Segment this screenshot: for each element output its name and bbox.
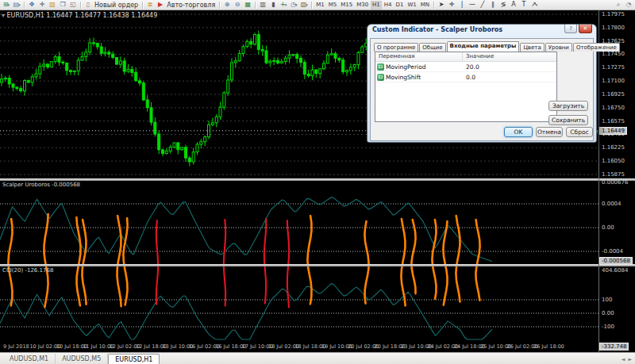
- parameters-list[interactable]: Переменная Значение 12MovingPeriod20.012…: [375, 52, 557, 122]
- time-axis-label: 9 Jul 2018: [3, 343, 29, 350]
- dialog-body: О программеОбщиеВходные параметрыЦветаУр…: [370, 38, 594, 141]
- price-axis-label: 1.16925: [602, 91, 625, 98]
- timeframe-mn-button[interactable]: MN: [419, 1, 431, 10]
- param-value[interactable]: 0.0: [463, 74, 475, 81]
- dialog-tab-6[interactable]: Отображение: [573, 43, 620, 52]
- new-window-button[interactable]: ❒: [58, 1, 67, 10]
- new-order-button[interactable]: ▯: [83, 1, 93, 10]
- symbol-info-text: EURUSD,H1 1.16447 1.16477 1.16438 1.1644…: [7, 12, 158, 19]
- price-axis-label: 1.17975: [602, 11, 625, 17]
- dialog-tab-2[interactable]: Общие: [419, 43, 445, 52]
- indicator-axis-label: -0.0004: [602, 248, 623, 255]
- bar-chart-button[interactable]: ▥: [258, 1, 267, 10]
- text-label-button[interactable]: T: [519, 1, 529, 10]
- auto-trading-button[interactable]: ▶: [156, 1, 165, 10]
- price-axis-label: 1.17450: [602, 51, 625, 57]
- zoom-in-button[interactable]: ⊕: [222, 1, 232, 10]
- timeframe-m1-button[interactable]: M1: [314, 1, 326, 10]
- toolbar-separator: [255, 2, 256, 9]
- ok-button[interactable]: OK: [504, 127, 533, 137]
- param-name: MovingPeriod: [386, 63, 425, 71]
- toolbar-separator: [219, 2, 220, 9]
- expert-advisors-button[interactable]: ≣: [145, 1, 155, 10]
- window-separator[interactable]: [0, 264, 635, 266]
- parameter-row[interactable]: 12MovingPeriod20.0: [375, 62, 556, 72]
- crosshair-button[interactable]: ✛: [37, 1, 47, 10]
- parameters-header: Переменная Значение: [375, 52, 556, 62]
- numeric-param-icon: 12: [377, 74, 384, 81]
- window-separator[interactable]: [0, 178, 635, 181]
- indicator-axis-label: 0.00: [602, 310, 614, 316]
- templates-button[interactable]: ▧▾: [299, 1, 309, 10]
- arrows-button[interactable]: ↗▾: [529, 1, 539, 10]
- zoom-out-button[interactable]: ⊖: [233, 1, 242, 10]
- dialog-tab-strip: О программеОбщиеВходные параметрыЦветаУр…: [374, 40, 621, 52]
- dialog-help-button[interactable]: ?: [564, 25, 577, 33]
- trendline-button[interactable]: ╱: [478, 1, 487, 10]
- price-axis-label: 1.17100: [602, 78, 625, 84]
- chart-tab-audusd-m1[interactable]: AUDUSD,M1: [3, 354, 56, 364]
- tab-scroll-left-icon[interactable]: ◄: [622, 356, 625, 362]
- channel-button[interactable]: ∥: [488, 1, 498, 10]
- tile-windows-button[interactable]: ▦: [243, 1, 252, 10]
- vertical-line-button[interactable]: |: [457, 1, 467, 10]
- column-variable: Переменная: [375, 52, 463, 61]
- profiles-button[interactable]: ▤▾: [12, 1, 21, 10]
- timeframe-h1-button[interactable]: H1: [371, 1, 382, 10]
- signal-lines-overlay: [0, 181, 598, 352]
- toolbar-separator: [311, 2, 312, 9]
- cci-value-box: -332.748: [599, 343, 629, 351]
- timeframe-m30-button[interactable]: M30: [355, 1, 370, 10]
- save-button[interactable]: Сохранить: [548, 115, 588, 125]
- indicator-axis-label: -100: [602, 324, 614, 330]
- dialog-tab-3[interactable]: Входные параметры: [447, 41, 520, 52]
- dialog-close-button[interactable]: ✕: [579, 25, 592, 33]
- indicator-axis-label: 100: [602, 297, 612, 303]
- chart-tab-eurusd-h1[interactable]: EURUSD,H1: [108, 354, 160, 364]
- dialog-tab-1[interactable]: О программе: [374, 43, 418, 52]
- one-click-trading-icon[interactable]: ▾: [2, 12, 5, 19]
- objects-list-button[interactable]: ▨: [48, 1, 57, 10]
- toolbar-separator: [142, 2, 143, 9]
- timeframe-h4-button[interactable]: H4: [383, 1, 394, 10]
- timeframe-d1-button[interactable]: D1: [394, 1, 406, 10]
- tab-scroll-arrows: ◄►: [622, 356, 632, 362]
- scalper-window-label: Scalper Uroboros -0.000568: [2, 182, 80, 188]
- chart-tab-audusd-m5[interactable]: AUDUSD,M5: [56, 354, 108, 364]
- indicator-dialog: Custom Indicator - Scalper Uroboros ? ✕ …: [367, 24, 597, 143]
- price-axis-label: 1.15875: [602, 171, 625, 178]
- indicator-axis-label: 404.6084: [602, 267, 628, 274]
- auto-trading-button-label[interactable]: Авто-торговля: [167, 2, 215, 9]
- community-icon[interactable]: ◔: [624, 1, 633, 10]
- dialog-tab-5[interactable]: Уровни: [545, 43, 572, 52]
- indicators-button[interactable]: +▾: [279, 1, 288, 10]
- symbol-info-line: ▾ EURUSD,H1 1.16447 1.16477 1.16438 1.16…: [2, 12, 157, 19]
- parameter-row[interactable]: 12MovingShift0.0: [375, 72, 556, 82]
- timeframe-w1-button[interactable]: W1: [406, 1, 418, 10]
- new-order-button-label[interactable]: Новый ордер: [94, 2, 138, 9]
- price-axis-label: 1.17275: [602, 64, 625, 71]
- signal-vlines: [8, 214, 479, 307]
- timeframe-m15-button[interactable]: M15: [339, 1, 354, 10]
- indicator-axis-label: 0.000676: [602, 179, 628, 186]
- load-button[interactable]: Загрузить: [548, 101, 588, 111]
- cancel-button[interactable]: Отмена: [536, 127, 563, 137]
- chart-shift-button[interactable]: ✥: [27, 1, 37, 10]
- crosshair-tool-button[interactable]: ✛: [447, 1, 456, 10]
- horizontal-line-button[interactable]: —: [468, 1, 477, 10]
- periods-button[interactable]: ◷▾: [289, 1, 298, 10]
- current-price-box: 1.16449: [599, 127, 627, 135]
- dialog-title: Custom Indicator - Scalper Uroboros: [372, 26, 502, 33]
- tab-scroll-right-icon[interactable]: ►: [628, 356, 632, 362]
- window-preview-button[interactable]: ◱: [68, 1, 78, 10]
- param-value[interactable]: 20.0: [463, 63, 479, 71]
- new-chart-button[interactable]: ⊞▾: [2, 1, 11, 10]
- search-icon[interactable]: ⌕: [614, 1, 623, 10]
- fibonacci-button[interactable]: ≶: [498, 1, 508, 10]
- timeframe-m5-button[interactable]: M5: [327, 1, 339, 10]
- cursor-button[interactable]: ➤: [437, 1, 446, 10]
- text-button[interactable]: A: [509, 1, 518, 10]
- reset-button[interactable]: Сброс: [566, 127, 593, 137]
- dialog-tab-4[interactable]: Цвета: [520, 43, 544, 52]
- candlestick-chart-button[interactable]: ▮: [268, 1, 278, 10]
